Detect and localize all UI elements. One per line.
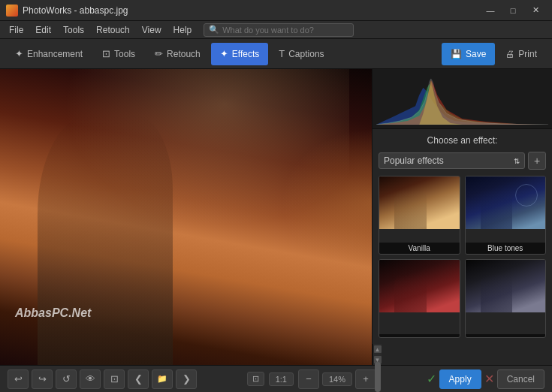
save-icon: 💾	[451, 49, 462, 59]
effect-thumb-3	[379, 260, 460, 312]
rotate-icon: ↺	[62, 373, 71, 384]
scroll-thumb[interactable]	[375, 362, 381, 392]
apply-button[interactable]: Apply	[439, 369, 481, 389]
menu-file[interactable]: File	[3, 23, 29, 38]
close-button[interactable]: ✕	[525, 3, 546, 18]
histogram	[373, 69, 552, 129]
retouch-icon: ✏	[155, 48, 163, 59]
effect-label-vanilla: Vanilla	[379, 243, 460, 254]
enhancement-icon: ✦	[15, 48, 23, 59]
search-icon: 🔍	[209, 25, 219, 35]
search-box[interactable]: 🔍	[204, 23, 354, 37]
effects-grid: Vanilla Blue tones	[379, 176, 546, 338]
captions-icon: T	[279, 48, 285, 59]
menu-edit[interactable]: Edit	[29, 23, 57, 38]
print-icon: 🖨	[505, 49, 514, 59]
effect-item-blue-tones[interactable]: Blue tones	[465, 176, 547, 255]
redo-button[interactable]: ↪	[32, 369, 53, 389]
compare-button[interactable]: ⊡	[104, 369, 125, 389]
menu-bar: File Edit Tools Retouch View Help 🔍	[0, 21, 552, 39]
bottom-bar: ↩ ↪ ↺ 👁 ⊡ ❮ 📁 ❯ ⊡ 1:1 − 14% + ✓ Apply ✕ …	[0, 365, 552, 392]
redo-icon: ↪	[38, 373, 47, 384]
effects-dropdown[interactable]: Popular effects ⇅	[379, 152, 525, 169]
dropdown-arrow-icon: ⇅	[514, 157, 520, 165]
effects-dropdown-row: Popular effects ⇅ +	[379, 152, 546, 170]
canvas-area[interactable]: AbbasPC.Net	[0, 69, 372, 365]
zoom-out-button[interactable]: −	[298, 369, 319, 389]
tab-retouch[interactable]: ✏ Retouch	[146, 43, 210, 65]
cancel-button[interactable]: Cancel	[497, 369, 544, 389]
effect-thumb-4	[466, 260, 546, 312]
print-button[interactable]: 🖨 Print	[496, 43, 546, 65]
cancel-x-icon: ✕	[484, 372, 494, 386]
confirm-icon: ✓	[427, 372, 436, 386]
effect-item-3[interactable]	[379, 259, 460, 338]
add-effect-button[interactable]: +	[528, 152, 546, 170]
right-scrollbar[interactable]: ▲ ▼	[373, 344, 382, 365]
zoom-out-icon: −	[306, 373, 312, 384]
zoom-in-button[interactable]: +	[355, 369, 376, 389]
fit-button[interactable]: ⊡	[247, 372, 264, 386]
menu-tools[interactable]: Tools	[57, 23, 90, 38]
scroll-up-arrow[interactable]: ▲	[374, 345, 382, 353]
effect-item-4[interactable]	[465, 259, 547, 338]
effect-thumb-blue-tones	[466, 176, 546, 229]
canvas-image: AbbasPC.Net	[0, 69, 372, 365]
save-button[interactable]: 💾 Save	[442, 43, 495, 65]
tab-captions[interactable]: T Captions	[270, 43, 333, 65]
app-icon	[6, 5, 18, 17]
effect-item-vanilla[interactable]: Vanilla	[379, 176, 460, 255]
tab-effects[interactable]: ✦ Effects	[211, 43, 268, 65]
menu-view[interactable]: View	[136, 23, 167, 38]
window-title: PhotoWorks - abbaspc.jpg	[23, 5, 480, 16]
tab-tools[interactable]: ⊡ Tools	[93, 43, 144, 65]
search-input[interactable]	[222, 26, 348, 35]
effect-label-blue-tones: Blue tones	[466, 243, 546, 254]
minimize-button[interactable]: —	[480, 3, 501, 18]
effect-label-4	[466, 334, 546, 337]
tab-enhancement[interactable]: ✦ Enhancement	[6, 43, 92, 65]
visibility-button[interactable]: 👁	[80, 369, 101, 389]
folder-button[interactable]: 📁	[152, 369, 173, 389]
tools-icon: ⊡	[102, 48, 110, 59]
title-bar: PhotoWorks - abbaspc.jpg — □ ✕	[0, 0, 552, 21]
rotate-button[interactable]: ↺	[56, 369, 77, 389]
prev-button[interactable]: ❮	[128, 369, 149, 389]
maximize-button[interactable]: □	[502, 3, 523, 18]
ratio-display: 1:1	[269, 372, 294, 386]
compare-icon: ⊡	[110, 373, 119, 384]
effects-panel: Choose an effect: Popular effects ⇅ + Va…	[373, 129, 552, 344]
zoom-level-display: 14%	[322, 372, 352, 386]
right-panel: Choose an effect: Popular effects ⇅ + Va…	[372, 69, 552, 365]
folder-icon: 📁	[157, 374, 167, 384]
effects-title: Choose an effect:	[379, 135, 546, 146]
effect-label-3	[379, 334, 460, 337]
menu-retouch[interactable]: Retouch	[90, 23, 136, 38]
effect-thumb-vanilla	[379, 176, 460, 229]
prev-icon: ❮	[134, 373, 143, 384]
undo-icon: ↩	[14, 373, 23, 384]
main-area: AbbasPC.Net Choose an	[0, 69, 552, 365]
menu-help[interactable]: Help	[167, 23, 198, 38]
eye-icon: 👁	[86, 373, 95, 384]
zoom-in-icon: +	[363, 373, 369, 384]
undo-button[interactable]: ↩	[8, 369, 29, 389]
effects-icon: ✦	[220, 48, 228, 59]
window-controls: — □ ✕	[480, 3, 546, 18]
watermark: AbbasPC.Net	[15, 306, 91, 320]
next-button[interactable]: ❯	[176, 369, 197, 389]
next-icon: ❯	[182, 373, 191, 384]
toolbar: ✦ Enhancement ⊡ Tools ✏ Retouch ✦ Effect…	[0, 39, 552, 69]
